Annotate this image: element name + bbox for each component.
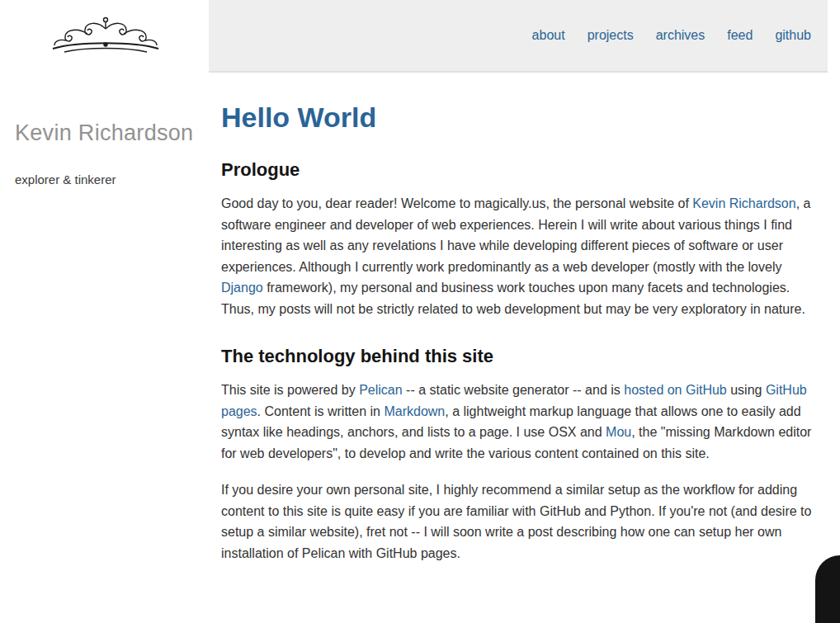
sidebar: Kevin Richardson explorer & tinkerer (0, 0, 209, 623)
nav-link-feed[interactable]: feed (727, 28, 753, 42)
nav-item-github: github (775, 28, 811, 43)
page: Kevin Richardson explorer & tinkerer abo… (0, 0, 840, 623)
paragraph: If you desire your own personal site, I … (221, 479, 815, 564)
top-nav: aboutprojectsarchivesfeedgithub (209, 0, 828, 73)
article: Hello World PrologueGood day to you, dea… (209, 73, 828, 564)
nav-list: aboutprojectsarchivesfeedgithub (532, 28, 811, 43)
nav-link-archives[interactable]: archives (656, 28, 706, 42)
nav-link-about[interactable]: about (532, 28, 565, 42)
site-author-name: Kevin Richardson (15, 120, 209, 146)
ornament-svg (48, 13, 163, 56)
post-title[interactable]: Hello World (221, 102, 815, 133)
post-title-link[interactable]: Hello World (221, 101, 376, 133)
site-tagline: explorer & tinkerer (15, 172, 209, 186)
section-heading: Prologue (221, 159, 815, 181)
inline-link[interactable]: Django (221, 281, 263, 295)
nav-link-github[interactable]: github (775, 28, 811, 42)
main-column: aboutprojectsarchivesfeedgithub Hello Wo… (209, 0, 840, 623)
nav-item-projects: projects (588, 28, 634, 43)
inline-link[interactable]: Pelican (359, 383, 402, 397)
bottom-right-corner-widget[interactable] (815, 555, 840, 623)
inline-link[interactable]: Markdown (384, 404, 445, 418)
section-heading: The technology behind this site (221, 346, 815, 367)
nav-item-about: about (532, 28, 565, 43)
nav-item-archives: archives (656, 28, 706, 43)
inline-link[interactable]: hosted on GitHub (624, 383, 727, 397)
inline-link[interactable]: Mou (606, 425, 631, 439)
inline-link[interactable]: Kevin Richardson (692, 196, 795, 210)
paragraph: This site is powered by Pelican -- a sta… (221, 380, 815, 464)
ornament-flourish-icon[interactable] (48, 13, 163, 56)
nav-item-feed: feed (727, 28, 753, 43)
article-body: PrologueGood day to you, dear reader! We… (221, 159, 815, 564)
nav-link-projects[interactable]: projects (588, 28, 634, 42)
paragraph: Good day to you, dear reader! Welcome to… (221, 193, 815, 319)
